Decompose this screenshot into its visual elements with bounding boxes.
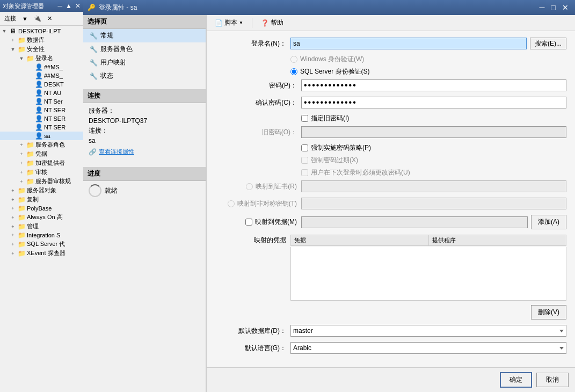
expand-icon-server[interactable]: ▼ — [0, 28, 9, 34]
dialog-right-panel: 📄 脚本 ▼ ❓ 帮助 登录名(N)： 搜索(E)... — [207, 15, 575, 392]
mapped-cert-radio[interactable] — [246, 183, 253, 190]
tree-item-login1[interactable]: 👤 ##MS_ — [0, 63, 84, 71]
expand-icon-xe[interactable]: + — [9, 251, 17, 256]
password-input[interactable] — [301, 79, 566, 91]
view-connection-properties-link[interactable]: 查看连接属性 — [99, 148, 134, 156]
dialog-maximize-button[interactable]: □ — [549, 4, 558, 11]
login-icon-3: 👤 — [34, 81, 43, 88]
menu-item-user-mapping[interactable]: 🔧 用户映射 — [83, 56, 206, 69]
mapped-cert-select[interactable] — [301, 180, 566, 192]
tree-item-sql-server[interactable]: + 📁 SQL Server 代 — [0, 239, 84, 249]
script-icon: 📄 — [215, 19, 223, 27]
search-button[interactable]: 搜索(E)... — [530, 38, 566, 49]
expand-icon-rep[interactable]: + — [9, 197, 17, 202]
old-password-input[interactable] — [301, 126, 566, 138]
tree-item-login6[interactable]: 👤 NT SER — [0, 106, 84, 114]
menu-item-general[interactable]: 🔧 常规 — [83, 29, 206, 42]
expand-icon-mgmt[interactable]: + — [9, 224, 17, 229]
cred-table-header: 凭据 提供程序 — [290, 235, 566, 246]
tree-item-databases[interactable]: + 📁 数据库 — [0, 35, 84, 45]
expand-icon-auditspec[interactable]: + — [17, 179, 26, 184]
dialog-minimize-button[interactable]: ─ — [537, 4, 547, 11]
help-button[interactable]: ❓ 帮助 — [257, 17, 287, 29]
script-button[interactable]: 📄 脚本 ▼ — [211, 17, 247, 29]
expand-icon-ao[interactable]: + — [9, 215, 17, 220]
default-lang-select[interactable]: Arabic — [290, 342, 566, 354]
change-next-login-checkbox[interactable] — [301, 169, 308, 176]
oe-toolbar-disconnect-icon[interactable]: ✕ — [45, 14, 54, 23]
expand-icon-ss[interactable]: + — [9, 242, 17, 247]
dialog-body: 选择页 🔧 常规 🔧 服务器角色 🔧 用户映射 🔧 状态 连接 服务器： — [83, 15, 575, 392]
delete-credential-button[interactable]: 删除(V) — [531, 305, 566, 320]
tree-item-server-objects[interactable]: + 📁 服务器对象 — [0, 186, 84, 195]
login-name-input[interactable] — [290, 38, 527, 49]
expand-icon-int[interactable]: + — [9, 233, 17, 238]
mapped-key-radio[interactable] — [228, 200, 235, 207]
tree-item-login8[interactable]: 👤 NT SER — [0, 123, 84, 132]
tree-item-audit-spec[interactable]: + 📁 服务器审核规 — [0, 177, 84, 186]
oe-connect-button[interactable]: 连接 — [2, 13, 18, 24]
oe-pin-icon[interactable]: ─ — [57, 2, 64, 10]
menu-label-server-roles: 服务器角色 — [100, 45, 133, 54]
specify-old-pwd-checkbox[interactable] — [301, 115, 308, 122]
expand-icon-sr[interactable]: + — [17, 142, 26, 148]
menu-item-server-roles[interactable]: 🔧 服务器角色 — [83, 42, 206, 56]
tree-item-credentials[interactable]: + 📁 凭据 — [0, 149, 84, 158]
tree-item-audit[interactable]: + 📁 审核 — [0, 168, 84, 177]
tree-item-integration[interactable]: + 📁 Integration S — [0, 231, 84, 239]
windows-auth-radio[interactable] — [290, 56, 297, 63]
mapped-cred-checkbox[interactable] — [245, 219, 252, 226]
tree-item-security[interactable]: ▼ 📁 安全性 — [0, 45, 84, 54]
expand-icon-pb[interactable]: + — [9, 206, 17, 211]
default-db-select[interactable]: master — [290, 325, 566, 337]
mapped-cred-select[interactable] — [301, 216, 528, 228]
expand-icon-audit[interactable]: + — [17, 170, 26, 175]
expand-icon-crypto[interactable]: + — [17, 161, 26, 166]
tree-label-credentials: 凭据 — [35, 150, 47, 158]
tree-item-polybase[interactable]: + 📁 PolyBase — [0, 204, 84, 213]
dialog-close-button[interactable]: ✕ — [560, 4, 571, 11]
oe-toolbar-connect-icon[interactable]: 🔌 — [32, 14, 43, 23]
tree-item-xevent[interactable]: + 📁 XEvent 探查器 — [0, 249, 84, 258]
expand-icon-cred[interactable]: + — [17, 151, 26, 157]
tree-item-replication[interactable]: + 📁 复制 — [0, 195, 84, 204]
tree-item-always-on[interactable]: + 📁 Always On 高 — [0, 213, 84, 222]
oe-unpin-icon[interactable]: ▲ — [64, 2, 73, 10]
oe-toolbar-dropdown[interactable]: ▼ — [20, 14, 30, 23]
tree-label-always-on: Always On 高 — [27, 213, 63, 221]
add-credential-button[interactable]: 添加(A) — [531, 215, 566, 229]
cancel-button[interactable]: 取消 — [536, 373, 569, 387]
tree-item-logins[interactable]: ▼ 📁 登录名 — [0, 54, 84, 63]
tree-item-crypto[interactable]: + 📁 加密提供者 — [0, 158, 84, 168]
tree-item-login-sa[interactable]: 👤 sa — [0, 132, 84, 140]
confirm-password-control — [301, 97, 566, 108]
ok-button[interactable]: 确定 — [500, 372, 532, 388]
tree-item-server[interactable]: ▼ 🖥 DESKTOP-ILPT — [0, 27, 84, 35]
tree-item-login2[interactable]: 👤 ##MS_ — [0, 71, 84, 80]
connection-info: 服务器： DESKTOP-ILPTQ37 连接： sa 🔗 查看连接属性 — [83, 103, 206, 161]
expand-icon-so[interactable]: + — [9, 188, 17, 193]
expand-icon-l5 — [26, 99, 34, 104]
confirm-password-input[interactable] — [301, 97, 566, 108]
mapped-key-select[interactable] — [301, 198, 566, 209]
tree-item-login3[interactable]: 👤 DESKT — [0, 80, 84, 89]
sql-auth-radio[interactable] — [290, 68, 297, 75]
tree-item-server-roles[interactable]: + 📁 服务器角色 — [0, 140, 84, 149]
tree-item-login4[interactable]: 👤 NT AU — [0, 89, 84, 97]
enforce-policy-checkbox[interactable] — [301, 144, 308, 151]
old-password-control — [301, 126, 566, 138]
expand-icon-databases[interactable]: + — [9, 38, 17, 43]
enforce-expiry-checkbox[interactable] — [301, 157, 308, 164]
expand-icon-l3 — [26, 82, 34, 87]
oe-close-icon[interactable]: ✕ — [74, 2, 82, 10]
tree-label-sql-server: SQL Server 代 — [27, 240, 65, 248]
progress-spinner-icon — [89, 184, 101, 197]
oe-title-controls: ─ ▲ ✕ — [57, 2, 82, 10]
tree-item-management[interactable]: + 📁 管理 — [0, 222, 84, 231]
expand-icon-logins[interactable]: ▼ — [17, 56, 26, 61]
expand-icon-security[interactable]: ▼ — [9, 47, 17, 52]
menu-item-status[interactable]: 🔧 状态 — [83, 69, 206, 83]
tree-item-login5[interactable]: 👤 NT Ser — [0, 97, 84, 106]
tree-label-management: 管理 — [27, 222, 39, 230]
tree-item-login7[interactable]: 👤 NT SER — [0, 114, 84, 123]
